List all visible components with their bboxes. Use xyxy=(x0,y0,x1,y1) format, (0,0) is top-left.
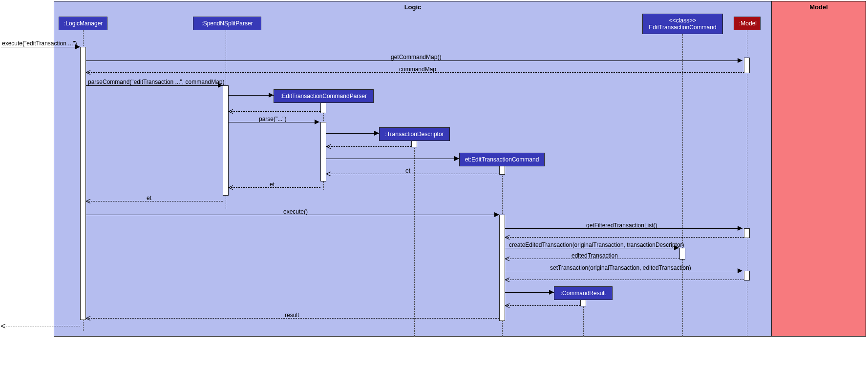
label-settxn: setTransaction(originalTransaction, edit… xyxy=(550,264,691,271)
activation-etcparser-create xyxy=(320,102,326,113)
region-model: Model xyxy=(772,1,866,337)
activation-model-1 xyxy=(744,58,750,73)
participant-logic-manager: :LogicManager xyxy=(59,17,107,30)
arrow-execute-entry xyxy=(1,47,80,47)
arrow-create-txndesc xyxy=(326,133,379,134)
arrow-getfiltered-return xyxy=(505,237,744,238)
activation-model-2 xyxy=(744,228,750,238)
label-parsecommand: parseCommand("editTransaction ...", comm… xyxy=(88,79,225,85)
activation-txndesc xyxy=(411,140,417,147)
arrow-create-txndesc-head xyxy=(374,131,379,136)
arrow-parse-head xyxy=(315,120,319,124)
label-et1: et xyxy=(405,167,410,174)
participant-model: :Model xyxy=(734,17,761,30)
label-getfiltered: getFilteredTransactionList() xyxy=(586,222,657,229)
activation-etcparser-parse xyxy=(320,122,326,181)
activation-etclass xyxy=(679,248,685,260)
label-execute: execute() xyxy=(283,208,308,215)
region-logic: Logic xyxy=(54,1,772,337)
class-stereotype: <<class>> xyxy=(648,17,718,24)
activation-cmdresult xyxy=(580,300,586,306)
arrow-txndesc-return xyxy=(326,146,411,147)
sequence-diagram: Logic Model :LogicManager :SpendNSplitPa… xyxy=(0,0,868,381)
arrow-create-cmdresult-head xyxy=(549,290,554,295)
arrow-parsecommand xyxy=(86,85,223,86)
region-logic-title: Logic xyxy=(54,3,771,11)
participant-edittxn-class: <<class>> EditTransactionCommand xyxy=(642,14,723,34)
label-editedtxn: editedTransaction xyxy=(572,252,618,259)
activation-et-create xyxy=(499,166,505,175)
region-model-title: Model xyxy=(772,3,866,11)
label-commandmap: commandMap xyxy=(399,66,436,73)
arrow-settxn-head xyxy=(738,268,742,273)
label-parse: parse("...") xyxy=(259,116,287,122)
lifeline-model xyxy=(747,30,747,337)
activation-spendnsplitparser xyxy=(223,85,229,196)
arrow-getfiltered-head xyxy=(738,226,742,231)
arrow-settxn-return xyxy=(505,280,744,280)
arrow-getcommandmap-head xyxy=(738,58,742,63)
arrow-create-et xyxy=(326,159,459,159)
participant-cmdresult: :CommandResult xyxy=(554,286,613,300)
label-createedited: createEditedTransaction(originalTransact… xyxy=(509,241,684,248)
arrow-create-etcparser xyxy=(229,95,274,96)
label-execute-entry: execute("editTransaction ...") xyxy=(2,40,77,47)
arrow-et-return xyxy=(326,174,499,174)
arrow-etcparser-create-return xyxy=(229,111,320,112)
lifeline-txndesc xyxy=(414,140,415,337)
arrow-final-return xyxy=(1,326,80,326)
participant-et: et:EditTransactionCommand xyxy=(459,153,545,166)
activation-et-execute xyxy=(499,215,505,321)
arrow-getcommandmap xyxy=(86,60,742,61)
activation-model-3 xyxy=(744,271,750,281)
label-getcommandmap: getCommandMap() xyxy=(391,54,441,60)
participant-etcparser: :EditTransactionCommandParser xyxy=(274,89,374,103)
class-name: EditTransactionCommand xyxy=(648,24,718,31)
activation-logic-manager xyxy=(80,47,86,320)
participant-txndesc: :TransactionDescriptor xyxy=(379,127,450,141)
participant-spendnsplitparser: :SpendNSplitParser xyxy=(193,17,261,30)
lifeline-edittxn-class xyxy=(682,34,683,337)
label-result: result xyxy=(285,312,299,319)
arrow-create-et-head xyxy=(454,156,459,161)
label-et3: et xyxy=(147,195,151,201)
arrow-et-to-lm xyxy=(86,201,223,201)
arrow-cmdresult-return xyxy=(505,305,580,306)
arrow-create-etcparser-head xyxy=(269,93,274,98)
arrow-execute-head xyxy=(494,212,499,217)
arrow-create-cmdresult xyxy=(505,292,554,293)
label-et2: et xyxy=(270,181,275,188)
